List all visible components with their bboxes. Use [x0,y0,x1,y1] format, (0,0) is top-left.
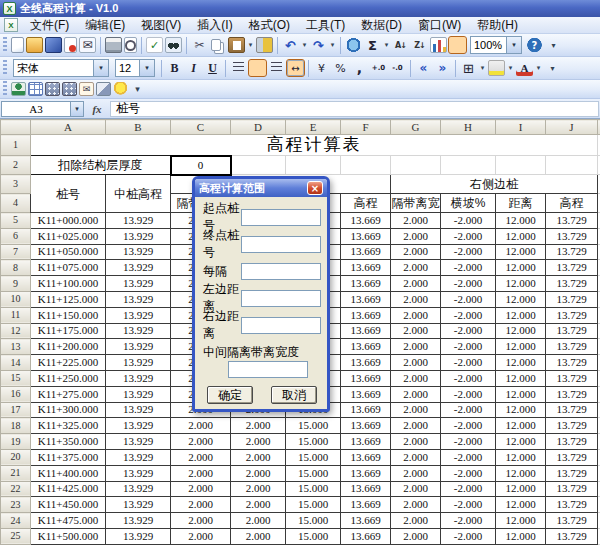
value-cell[interactable]: 13.929 [106,291,171,307]
permission-icon[interactable] [64,37,77,53]
value-cell[interactable]: 12.000 [496,465,546,481]
value-cell[interactable]: 2.000 [391,370,441,386]
value-cell[interactable]: -2.000 [441,244,496,260]
value-cell[interactable]: 2.000 [171,528,231,544]
value-cell[interactable]: 15.000 [286,449,341,465]
column-header-H[interactable]: H [441,120,496,135]
menu-item-0[interactable]: 文件(F) [22,16,77,35]
value-cell[interactable]: 13.729 [546,449,598,465]
spelling-icon[interactable]: ✓ [146,37,163,53]
value-cell[interactable]: 13.669 [341,513,391,529]
row-header-5[interactable]: 5 [1,213,31,229]
stake-cell[interactable]: K11+325.000 [31,418,106,434]
value-cell[interactable]: 13.929 [106,434,171,450]
stake-cell[interactable]: K11+275.000 [31,386,106,402]
dropdown-arrow-icon[interactable]: ▾ [246,41,255,49]
value-cell[interactable]: 13.729 [546,497,598,513]
align-left-icon[interactable] [230,60,247,76]
value-cell[interactable]: 13.729 [546,386,598,402]
value-cell[interactable]: 13.669 [341,323,391,339]
value-cell[interactable]: 13.669 [341,228,391,244]
formula-content[interactable]: 桩号 [110,101,599,117]
value-cell[interactable]: 2.000 [391,339,441,355]
deduction-label-cell[interactable]: 扣除结构层厚度 [31,156,171,175]
row-header-9[interactable]: 9 [1,276,31,292]
calculator-icon[interactable] [45,82,60,96]
row-header-23[interactable]: 23 [1,497,31,513]
row-header-2[interactable]: 2 [1,156,31,175]
value-cell[interactable]: 13.729 [546,244,598,260]
value-cell[interactable]: 2.000 [231,481,286,497]
bold-icon[interactable]: B [166,60,183,76]
value-cell[interactable]: 13.669 [341,355,391,371]
close-icon[interactable]: × [307,181,323,195]
value-cell[interactable]: 15.000 [286,528,341,544]
menu-item-3[interactable]: 插入(I) [189,16,240,35]
value-cell[interactable]: 12.000 [496,213,546,229]
value-cell[interactable]: -2.000 [441,291,496,307]
value-cell[interactable]: 13.729 [546,513,598,529]
decrease-decimal-icon[interactable]: -.0 [389,60,406,76]
redo-icon[interactable]: ↷ [310,37,327,53]
row-header-13[interactable]: 13 [1,339,31,355]
value-cell[interactable]: 12.000 [496,481,546,497]
name-box[interactable]: A3 [1,101,71,117]
value-cell[interactable]: 13.729 [546,307,598,323]
cell[interactable] [391,156,441,175]
increase-decimal-icon[interactable]: +.0 [370,60,387,76]
row-header-17[interactable]: 17 [1,402,31,418]
dropdown-arrow-icon[interactable]: ▾ [300,41,309,49]
value-cell[interactable]: 2.000 [231,513,286,529]
name-box-dropdown-icon[interactable]: ▾ [71,101,84,117]
value-cell[interactable]: 12.000 [496,307,546,323]
value-cell[interactable]: 13.669 [341,370,391,386]
value-cell[interactable]: 13.729 [546,465,598,481]
stake-cell[interactable]: K11+025.000 [31,228,106,244]
cell[interactable] [231,156,286,175]
format-painter-icon[interactable] [256,37,273,53]
value-cell[interactable]: 12.000 [496,276,546,292]
save-icon[interactable] [45,37,62,53]
sub-header-3[interactable]: 高程 [341,194,391,213]
column-header-I[interactable]: I [496,120,546,135]
value-cell[interactable]: 13.669 [341,276,391,292]
toolbar-options-icon[interactable]: ▾ [130,82,145,96]
paste-icon[interactable] [228,37,245,53]
align-right-icon[interactable] [268,60,285,76]
chart-wizard-icon[interactable] [430,37,447,53]
value-cell[interactable]: 13.729 [546,418,598,434]
menu-item-4[interactable]: 格式(O) [241,16,298,35]
comma-icon[interactable]: , [351,60,368,76]
lightbulb-icon[interactable] [113,82,128,96]
research-icon[interactable] [165,37,182,53]
stake-cell[interactable]: K11+475.000 [31,513,106,529]
sort-ascending-icon[interactable]: A↓ [392,37,409,53]
value-cell[interactable]: 12.000 [496,497,546,513]
cut-icon[interactable]: ✂ [191,37,208,53]
value-cell[interactable]: -2.000 [441,449,496,465]
value-cell[interactable]: 2.000 [231,418,286,434]
open-icon[interactable] [26,37,43,53]
left-distance-input[interactable] [241,290,321,307]
value-cell[interactable]: 12.000 [496,528,546,544]
stake-cell[interactable]: K11+175.000 [31,323,106,339]
value-cell[interactable]: 2.000 [391,213,441,229]
row-header-19[interactable]: 19 [1,434,31,450]
value-cell[interactable]: 12.000 [496,323,546,339]
toolbar-drag-handle[interactable] [3,81,7,97]
row-header-18[interactable]: 18 [1,418,31,434]
font-color-icon[interactable]: A [516,60,533,76]
stake-cell[interactable]: K11+425.000 [31,481,106,497]
row-header-6[interactable]: 6 [1,228,31,244]
undo-icon[interactable]: ↶ [282,37,299,53]
value-cell[interactable]: 13.729 [546,228,598,244]
value-cell[interactable]: 13.729 [546,260,598,276]
value-cell[interactable]: 15.000 [286,465,341,481]
sort-descending-icon[interactable]: Z↓ [411,37,428,53]
value-cell[interactable]: 2.000 [171,513,231,529]
stake-cell[interactable]: K11+350.000 [31,434,106,450]
value-cell[interactable]: -2.000 [441,528,496,544]
menu-item-7[interactable]: 窗口(W) [410,16,469,35]
value-cell[interactable]: 15.000 [286,481,341,497]
value-cell[interactable]: -2.000 [441,370,496,386]
